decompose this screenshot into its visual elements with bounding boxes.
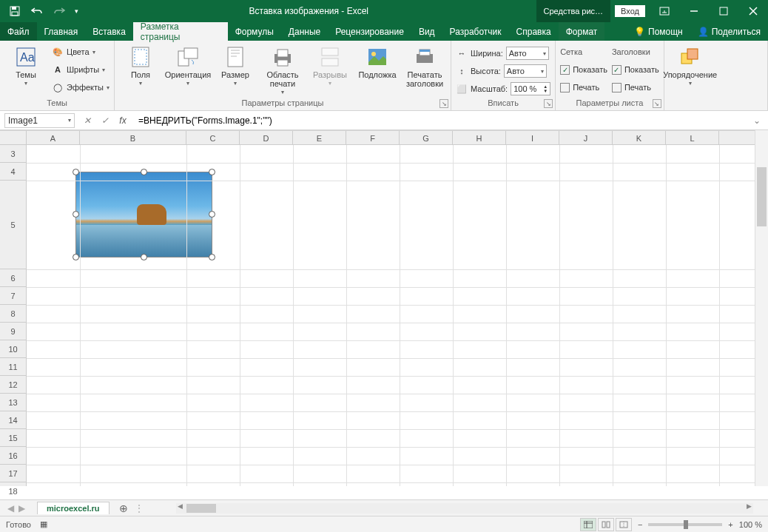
resize-handle-nw[interactable] (73, 169, 79, 175)
cancel-formula-button[interactable]: ✕ (79, 113, 95, 128)
themes-button[interactable]: Aa Темы▾ (4, 42, 47, 87)
tab-view[interactable]: Вид (411, 22, 442, 41)
resize-handle-se[interactable] (209, 254, 215, 260)
tab-format[interactable]: Формат (559, 22, 605, 41)
scrollbar-thumb[interactable] (186, 504, 216, 513)
sheet-tab-active[interactable]: microexcel.ru (37, 502, 110, 514)
col-header-I[interactable]: I (506, 131, 559, 144)
next-sheet-icon[interactable]: ▶ (18, 503, 25, 514)
new-sheet-button[interactable]: ⊕ (115, 502, 132, 514)
tab-file[interactable]: Файл (0, 22, 37, 41)
tab-page-layout[interactable]: Разметка страницы (133, 22, 228, 41)
page-layout-view-button[interactable] (598, 518, 614, 531)
minimize-button[interactable] (679, 0, 709, 22)
tab-formulas[interactable]: Формулы (228, 22, 281, 41)
colors-button[interactable]: 🎨Цвета▾ (52, 44, 110, 60)
col-header-J[interactable]: J (559, 131, 613, 144)
scrollbar-thumb[interactable] (757, 167, 767, 226)
close-button[interactable] (738, 0, 768, 22)
vertical-scrollbar[interactable] (755, 130, 768, 486)
zoom-slider[interactable] (648, 523, 722, 526)
enter-formula-button[interactable]: ✓ (97, 113, 113, 128)
embedded-image-object[interactable] (75, 172, 212, 257)
row-header-8[interactable]: 8 (0, 305, 26, 323)
print-headings-check[interactable]: Печать (612, 79, 659, 95)
print-gridlines-check[interactable]: Печать (560, 79, 607, 95)
tab-insert[interactable]: Вставка (85, 22, 133, 41)
row-header-13[interactable]: 13 (0, 394, 26, 411)
macro-record-icon[interactable]: ▦ (40, 519, 47, 529)
show-headings-check[interactable]: ✓Показать (612, 61, 659, 78)
row-header-6[interactable]: 6 (0, 269, 26, 287)
qat-customize[interactable]: ▾ (71, 1, 81, 21)
horizontal-scrollbar[interactable]: ◀▶ (176, 503, 753, 514)
row-header-14[interactable]: 14 (0, 411, 26, 429)
print-area-button[interactable]: Область печати▾ (261, 42, 304, 96)
show-gridlines-check[interactable]: ✓Показать (560, 61, 607, 78)
col-header-E[interactable]: E (293, 131, 346, 144)
resize-handle-e[interactable] (209, 211, 215, 218)
col-header-B[interactable]: B (80, 131, 186, 144)
col-header-C[interactable]: C (186, 131, 240, 144)
margins-button[interactable]: Поля▾ (119, 42, 162, 87)
width-combo[interactable]: Авто▾ (506, 47, 549, 60)
row-header-11[interactable]: 11 (0, 358, 26, 376)
col-header-H[interactable]: H (453, 131, 506, 144)
page-setup-launcher[interactable]: ↘ (439, 99, 448, 108)
fx-button[interactable]: fx (115, 113, 131, 128)
col-header-A[interactable]: A (27, 131, 80, 144)
background-button[interactable]: Подложка (356, 42, 399, 79)
resize-handle-n[interactable] (141, 169, 147, 175)
row-header-16[interactable]: 16 (0, 447, 26, 465)
row-header-9[interactable]: 9 (0, 323, 26, 340)
fonts-button[interactable]: AШрифты▾ (52, 61, 110, 78)
undo-button[interactable] (27, 1, 47, 21)
save-button[interactable] (4, 1, 25, 21)
effects-button[interactable]: ◯Эффекты▾ (52, 79, 110, 95)
size-button[interactable]: Размер▾ (214, 42, 257, 87)
resize-handle-s[interactable] (141, 254, 147, 260)
resize-handle-w[interactable] (73, 211, 79, 218)
signin-button[interactable]: Вход (615, 5, 645, 17)
tab-home[interactable]: Главная (37, 22, 86, 41)
share-button[interactable]: 👤Поделиться (690, 22, 768, 41)
print-titles-button[interactable]: Печатать заголовки (403, 42, 446, 88)
resize-handle-ne[interactable] (209, 169, 215, 175)
zoom-slider-knob[interactable] (684, 520, 688, 529)
prev-sheet-icon[interactable]: ◀ (7, 503, 14, 514)
scale-launcher[interactable]: ↘ (544, 99, 553, 108)
zoom-level[interactable]: 100 % (739, 520, 762, 529)
tell-me[interactable]: 💡Помощн (627, 22, 690, 41)
row-header-12[interactable]: 12 (0, 376, 26, 394)
tab-help[interactable]: Справка (509, 22, 559, 41)
sheet-nav[interactable]: ◀▶ (0, 503, 33, 514)
row-header-10[interactable]: 10 (0, 340, 26, 358)
name-box[interactable]: Image1▾ (4, 113, 75, 128)
breaks-button[interactable]: Разрывы▾ (309, 42, 351, 87)
zoom-out-button[interactable]: − (638, 520, 642, 529)
redo-button[interactable] (49, 1, 70, 21)
col-header-K[interactable]: K (613, 131, 666, 144)
formula-input[interactable] (135, 113, 746, 128)
col-header-F[interactable]: F (346, 131, 400, 144)
row-header-4[interactable]: 4 (0, 163, 26, 181)
row-header-5[interactable]: 5 (0, 181, 26, 269)
context-tab-drawing[interactable]: Средства рис… (536, 0, 611, 22)
row-header-18[interactable]: 18 (0, 482, 26, 500)
ribbon-display-options[interactable] (650, 0, 679, 22)
row-header-7[interactable]: 7 (0, 287, 26, 305)
scale-spinner[interactable]: 100 %▲▼ (511, 82, 550, 95)
col-header-G[interactable]: G (400, 131, 453, 144)
tab-data[interactable]: Данные (281, 22, 328, 41)
page-break-view-button[interactable] (616, 518, 632, 531)
resize-handle-sw[interactable] (73, 254, 79, 260)
height-combo[interactable]: Авто▾ (504, 64, 547, 78)
col-header-L[interactable]: L (666, 131, 719, 144)
maximize-button[interactable] (709, 0, 738, 22)
row-header-17[interactable]: 17 (0, 465, 26, 482)
tab-developer[interactable]: Разработчик (442, 22, 509, 41)
select-all-corner[interactable] (0, 130, 27, 145)
sheet-options-launcher[interactable]: ↘ (653, 99, 661, 108)
tab-review[interactable]: Рецензирование (328, 22, 411, 41)
zoom-in-button[interactable]: + (728, 520, 732, 529)
